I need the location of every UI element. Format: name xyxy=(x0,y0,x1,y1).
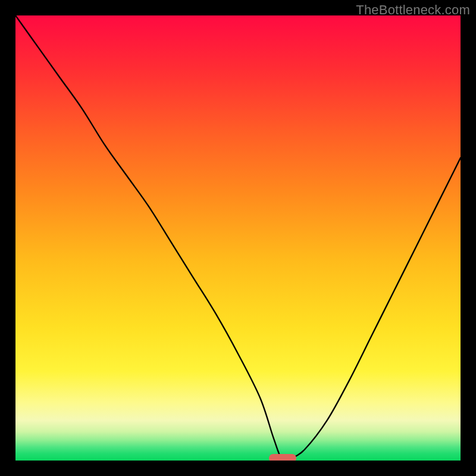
optimal-point-marker xyxy=(269,454,296,461)
chart-container: TheBottleneck.com xyxy=(0,0,476,476)
watermark-text: TheBottleneck.com xyxy=(356,2,470,18)
bottleneck-curve xyxy=(15,15,461,461)
plot-area xyxy=(15,15,461,461)
